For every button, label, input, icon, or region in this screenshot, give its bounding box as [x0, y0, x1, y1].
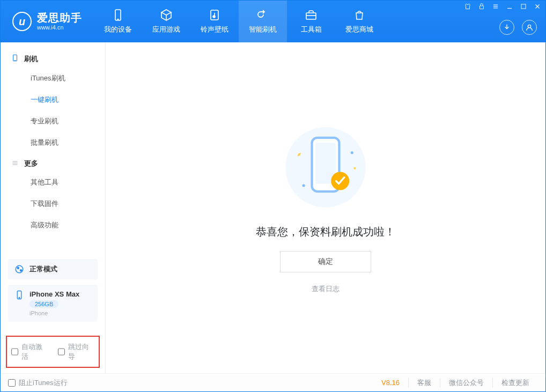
nav-label: 爱思商城: [345, 25, 373, 34]
nav-label: 应用游戏: [152, 25, 180, 34]
nav-label: 铃声壁纸: [201, 25, 228, 34]
nav-my-device[interactable]: 我的设备: [94, 1, 142, 42]
nav-store[interactable]: 爱思商城: [335, 1, 383, 42]
device-name: iPhone XS Max: [29, 290, 79, 298]
svg-rect-6: [480, 6, 484, 9]
customer-service-link[interactable]: 客服: [408, 378, 440, 388]
auto-activate-label: 自动激活: [21, 342, 48, 361]
brand-logo-icon: u: [12, 12, 32, 31]
skip-guide-checkbox[interactable]: 跳过向导: [58, 342, 95, 361]
mode-label: 正常模式: [29, 264, 57, 274]
device-type: iPhone: [29, 310, 79, 316]
brand-name: 爱思助手: [37, 12, 82, 24]
sidebar-group-flash: 刷机: [1, 48, 105, 68]
block-itunes-checkbox[interactable]: 阻止iTunes运行: [8, 378, 68, 388]
sidebar-item-advanced[interactable]: 高级功能: [1, 215, 105, 236]
maximize-button[interactable]: [520, 3, 527, 10]
wechat-link[interactable]: 微信公众号: [440, 378, 492, 388]
sidebar-group-more: 更多: [1, 153, 105, 172]
cube-icon: [160, 9, 173, 21]
header-actions: [499, 20, 537, 35]
refresh-icon: [256, 9, 269, 21]
success-title: 恭喜您，保资料刷机成功啦！: [256, 225, 395, 239]
titlebar: u 爱思助手 www.i4.cn 我的设备 应用游戏: [1, 1, 545, 42]
svg-point-30: [302, 184, 305, 187]
confirm-button[interactable]: 确定: [280, 251, 371, 272]
app-window: u 爱思助手 www.i4.cn 我的设备 应用游戏: [0, 0, 546, 392]
store-icon: [353, 9, 366, 21]
skip-guide-input[interactable]: [58, 348, 65, 356]
svg-rect-15: [13, 55, 17, 61]
device-icon: [14, 290, 24, 300]
shirt-icon[interactable]: [464, 3, 471, 10]
svg-point-24: [19, 298, 20, 299]
list-icon: [11, 159, 19, 168]
lock-icon[interactable]: [478, 3, 485, 10]
minimize-button[interactable]: [506, 3, 513, 10]
brand: u 爱思助手 www.i4.cn: [1, 1, 92, 42]
nav-toolbox[interactable]: 工具箱: [287, 1, 335, 42]
svg-point-20: [16, 265, 23, 273]
sidebar-group-title: 刷机: [24, 54, 38, 64]
window-controls: [464, 3, 541, 10]
sidebar-item-oneclick-flash[interactable]: 一键刷机: [1, 89, 105, 110]
svg-point-29: [351, 151, 353, 154]
svg-point-21: [17, 267, 19, 269]
main-content: 恭喜您，保资料刷机成功啦！ 确定 查看日志: [106, 42, 545, 373]
svg-rect-11: [521, 4, 526, 9]
block-itunes-input[interactable]: [8, 379, 16, 387]
mode-icon: [14, 264, 24, 274]
auto-activate-checkbox[interactable]: 自动激活: [11, 342, 48, 361]
note-icon: [208, 9, 221, 21]
highlighted-options: 自动激活 跳过向导: [6, 336, 100, 368]
close-button[interactable]: [534, 3, 541, 10]
nav-smart-flash[interactable]: 智能刷机: [239, 1, 287, 42]
version-label: V8.16: [381, 379, 408, 387]
svg-point-14: [528, 25, 530, 27]
auto-activate-input[interactable]: [11, 348, 18, 356]
nav-apps-games[interactable]: 应用游戏: [142, 1, 190, 42]
status-bar: 阻止iTunes运行 V8.16 客服 微信公众号 检查更新: [1, 373, 545, 391]
sidebar: 刷机 iTunes刷机 一键刷机 专业刷机 批量刷机 更多 其他工具 下载固件: [1, 42, 106, 373]
nav-label: 智能刷机: [249, 25, 277, 34]
block-itunes-label: 阻止iTunes运行: [19, 378, 68, 388]
brand-url: www.i4.cn: [37, 24, 82, 31]
phone-icon: [112, 9, 124, 21]
skip-guide-label: 跳过向导: [68, 342, 94, 361]
view-log-link[interactable]: 查看日志: [312, 284, 340, 294]
svg-point-3: [213, 16, 215, 18]
device-outline-icon: [11, 53, 19, 64]
svg-rect-0: [115, 10, 121, 20]
device-storage-badge: 256GB: [29, 300, 58, 308]
nav-label: 工具箱: [301, 25, 322, 34]
toolbox-icon: [305, 9, 318, 21]
sidebar-item-download-firmware[interactable]: 下载固件: [1, 193, 105, 215]
svg-point-22: [20, 270, 22, 271]
check-update-link[interactable]: 检查更新: [492, 378, 538, 388]
sidebar-item-pro-flash[interactable]: 专业刷机: [1, 110, 105, 132]
top-nav: 我的设备 应用游戏 铃声壁纸 智能刷机: [94, 1, 383, 42]
sidebar-item-itunes-flash[interactable]: iTunes刷机: [1, 68, 105, 89]
download-button[interactable]: [499, 20, 514, 35]
sidebar-item-other-tools[interactable]: 其他工具: [1, 172, 105, 193]
menu-icon[interactable]: [492, 3, 499, 10]
device-card[interactable]: iPhone XS Max 256GB iPhone: [8, 285, 98, 322]
mode-card[interactable]: 正常模式: [8, 259, 98, 279]
sidebar-item-batch-flash[interactable]: 批量刷机: [1, 132, 105, 153]
svg-rect-4: [306, 13, 316, 19]
sidebar-group-title: 更多: [24, 159, 38, 168]
user-button[interactable]: [522, 20, 537, 35]
success-illustration: [280, 122, 371, 213]
nav-label: 我的设备: [104, 25, 132, 34]
nav-ring-wallpaper[interactable]: 铃声壁纸: [190, 1, 239, 42]
